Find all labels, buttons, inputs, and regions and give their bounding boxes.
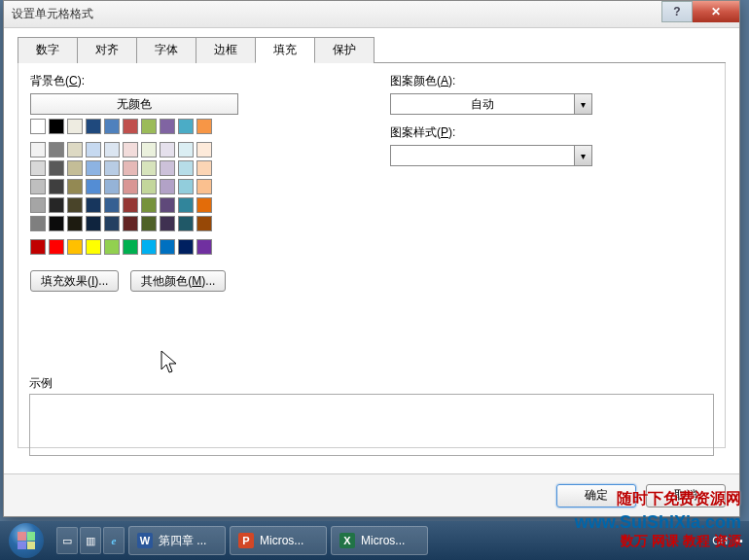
color-swatch[interactable] (160, 142, 175, 158)
color-swatch[interactable] (49, 119, 64, 134)
color-swatch[interactable] (160, 216, 175, 231)
color-swatch[interactable] (160, 179, 175, 194)
no-color-button[interactable]: 无颜色 (30, 93, 238, 115)
color-swatch[interactable] (49, 239, 64, 255)
color-swatch[interactable] (123, 160, 138, 176)
fill-effects-button[interactable]: 填充效果(I)... (30, 270, 119, 292)
other-colors-button[interactable]: 其他颜色(M)... (130, 270, 226, 292)
color-swatch[interactable] (30, 179, 46, 194)
color-swatch[interactable] (178, 160, 194, 176)
tab-font[interactable]: 字体 (136, 37, 196, 63)
color-swatch[interactable] (86, 197, 101, 213)
color-swatch[interactable] (178, 142, 194, 158)
pattern-color-dropdown[interactable]: 自动 (390, 93, 592, 115)
color-swatch[interactable] (141, 142, 157, 158)
color-swatch[interactable] (196, 119, 212, 134)
color-swatch[interactable] (67, 119, 83, 134)
windows-logo-icon (9, 523, 44, 558)
color-swatch[interactable] (123, 179, 138, 194)
color-swatch[interactable] (86, 142, 101, 158)
taskbar-label: Micros... (361, 534, 405, 547)
dialog-title: 设置单元格格式 (12, 6, 93, 22)
color-swatch[interactable] (30, 119, 46, 134)
color-swatch[interactable] (123, 119, 138, 134)
color-swatch[interactable] (123, 216, 138, 231)
window-switcher-icon[interactable]: ▥ (80, 527, 101, 554)
tab-alignment[interactable]: 对齐 (77, 37, 137, 63)
color-swatch[interactable] (49, 160, 64, 176)
color-swatch[interactable] (30, 160, 46, 176)
tab-border[interactable]: 边框 (196, 37, 256, 63)
color-swatch[interactable] (49, 216, 64, 231)
color-swatch[interactable] (178, 179, 194, 194)
chevron-down-icon[interactable] (574, 146, 591, 165)
color-swatch[interactable] (178, 119, 194, 134)
color-swatch[interactable] (104, 179, 120, 194)
color-swatch[interactable] (196, 239, 212, 255)
color-swatch[interactable] (141, 160, 157, 176)
color-swatch[interactable] (123, 239, 138, 255)
color-swatch[interactable] (86, 119, 101, 134)
watermark-text-3: 数万 网课 教程 资源 (621, 533, 741, 550)
color-swatch[interactable] (30, 142, 46, 158)
chevron-down-icon[interactable] (574, 94, 591, 114)
color-swatch[interactable] (196, 160, 212, 176)
color-swatch[interactable] (123, 142, 138, 158)
color-swatch[interactable] (49, 197, 64, 213)
taskbar-label: 第四章 ... (159, 533, 206, 549)
taskbar-item-powerpoint[interactable]: P Micros... (230, 526, 327, 555)
color-swatch[interactable] (30, 197, 46, 213)
color-swatch[interactable] (104, 142, 120, 158)
color-swatch[interactable] (104, 197, 120, 213)
color-swatch[interactable] (141, 216, 157, 231)
color-swatch[interactable] (160, 119, 175, 134)
color-swatch[interactable] (196, 179, 212, 194)
color-swatch[interactable] (104, 239, 120, 255)
color-swatch[interactable] (86, 179, 101, 194)
color-swatch[interactable] (49, 179, 64, 194)
color-swatch[interactable] (196, 142, 212, 158)
color-swatch[interactable] (104, 216, 120, 231)
color-swatch[interactable] (160, 239, 175, 255)
color-swatch[interactable] (104, 160, 120, 176)
color-swatch[interactable] (141, 239, 157, 255)
start-button[interactable] (0, 521, 53, 560)
color-swatch[interactable] (178, 239, 194, 255)
tab-protection[interactable]: 保护 (314, 37, 374, 63)
color-swatch[interactable] (67, 142, 83, 158)
color-swatch[interactable] (160, 160, 175, 176)
color-swatch[interactable] (141, 179, 157, 194)
color-swatch[interactable] (67, 197, 83, 213)
show-desktop-icon[interactable]: ▭ (56, 527, 78, 554)
color-swatch[interactable] (30, 239, 46, 255)
color-swatch[interactable] (141, 197, 157, 213)
color-swatch[interactable] (86, 216, 101, 231)
color-swatch[interactable] (67, 179, 83, 194)
tab-number[interactable]: 数字 (18, 37, 78, 63)
ie-icon[interactable]: e (103, 527, 125, 554)
color-swatch[interactable] (178, 216, 194, 231)
close-button[interactable]: ✕ (693, 1, 739, 22)
format-cells-dialog: 设置单元格格式 ? ✕ 数字 对齐 字体 边框 填充 保护 背景色(C): 无颜… (3, 0, 740, 517)
color-swatch[interactable] (67, 239, 83, 255)
taskbar-item-word[interactable]: W 第四章 ... (128, 526, 226, 555)
tab-fill[interactable]: 填充 (255, 37, 315, 63)
color-swatch[interactable] (196, 197, 212, 213)
color-swatch[interactable] (86, 160, 101, 176)
color-swatch[interactable] (30, 216, 46, 231)
color-swatch[interactable] (67, 216, 83, 231)
color-swatch[interactable] (141, 119, 157, 134)
color-swatch[interactable] (123, 197, 138, 213)
pattern-style-dropdown[interactable] (390, 145, 592, 166)
titlebar[interactable]: 设置单元格格式 ? ✕ (4, 1, 739, 28)
watermark-text-1: 随时下免费资源网 (617, 489, 741, 509)
help-button[interactable]: ? (661, 1, 693, 22)
color-swatch[interactable] (104, 119, 120, 134)
taskbar-item-excel[interactable]: X Micros... (331, 526, 428, 555)
color-swatch[interactable] (178, 197, 194, 213)
color-swatch[interactable] (160, 197, 175, 213)
color-swatch[interactable] (67, 160, 83, 176)
color-swatch[interactable] (49, 142, 64, 158)
color-swatch[interactable] (196, 216, 212, 231)
color-swatch[interactable] (86, 239, 101, 255)
